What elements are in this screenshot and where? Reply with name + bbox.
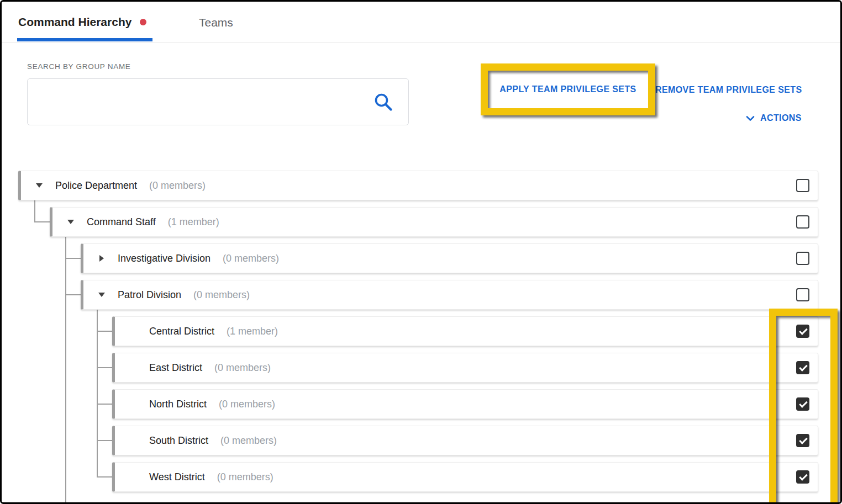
expand-toggle-icon[interactable] xyxy=(94,255,109,262)
row-checkbox[interactable] xyxy=(796,325,809,338)
row-checkbox[interactable] xyxy=(796,397,809,411)
group-name-label: Central District xyxy=(149,326,214,337)
expand-toggle-icon[interactable] xyxy=(32,183,46,188)
member-count-label: (0 members) xyxy=(219,399,275,410)
tree-connector xyxy=(97,331,113,332)
tree-connector xyxy=(97,440,113,441)
member-count-label: (0 members) xyxy=(223,253,279,264)
tree-connector xyxy=(97,367,113,368)
member-count-label: (0 members) xyxy=(217,471,273,483)
tree-row[interactable]: Central District (1 member) xyxy=(112,316,818,346)
member-count-label: (0 members) xyxy=(193,289,250,301)
command-hierarchy-screen: Command Hierarchy Teams SEARCH BY GROUP … xyxy=(0,0,842,504)
group-name-label: Investigative Division xyxy=(118,253,211,264)
tree-connector xyxy=(34,221,50,222)
tree-connector xyxy=(97,404,113,405)
row-checkbox[interactable] xyxy=(796,288,809,301)
group-name-label: West District xyxy=(149,471,205,483)
tree-connector xyxy=(65,258,81,259)
tree-connector xyxy=(65,237,66,502)
row-checkbox[interactable] xyxy=(796,434,809,447)
expand-toggle-icon[interactable] xyxy=(94,293,109,297)
member-count-label: (1 member) xyxy=(227,326,278,337)
tree-connector xyxy=(65,294,81,295)
tree-row[interactable]: East District (0 members) xyxy=(112,353,818,383)
group-name-label: East District xyxy=(149,362,202,374)
group-name-label: South District xyxy=(149,435,208,447)
tree-row[interactable]: Command Staff (1 member) xyxy=(50,207,818,237)
tree-connector xyxy=(97,310,98,478)
expand-toggle-icon[interactable] xyxy=(64,220,78,224)
tree-row[interactable]: South District (0 members) xyxy=(112,426,818,455)
row-checkbox[interactable] xyxy=(796,215,809,229)
tree-row[interactable]: North District (0 members) xyxy=(112,389,818,419)
tree-row[interactable]: Investigative Division (0 members) xyxy=(81,243,818,273)
member-count-label: (0 members) xyxy=(149,180,206,192)
row-checkbox[interactable] xyxy=(796,252,809,265)
member-count-label: (1 member) xyxy=(168,216,219,228)
tree-connector xyxy=(97,476,113,478)
member-count-label: (0 members) xyxy=(214,362,271,374)
tree-row[interactable]: Patrol Division (0 members) xyxy=(81,280,818,310)
group-name-label: Command Staff xyxy=(87,216,156,228)
row-checkbox[interactable] xyxy=(796,361,809,374)
group-tree: Police Department (0 members) Command St… xyxy=(2,2,840,502)
row-checkbox[interactable] xyxy=(796,470,809,484)
group-name-label: Police Department xyxy=(55,180,137,192)
group-name-label: North District xyxy=(149,399,207,410)
apply-team-privilege-sets-button[interactable]: APPLY TEAM PRIVILEGE SETS xyxy=(481,64,655,115)
row-checkbox[interactable] xyxy=(796,179,809,192)
tree-row[interactable]: West District (0 members) xyxy=(112,462,818,492)
remove-team-privilege-sets-button[interactable]: REMOVE TEAM PRIVILEGE SETS xyxy=(655,83,802,97)
member-count-label: (0 members) xyxy=(220,435,277,447)
tree-row[interactable]: Police Department (0 members) xyxy=(18,171,818,200)
group-name-label: Patrol Division xyxy=(118,289,181,301)
tree-connector xyxy=(34,200,35,222)
